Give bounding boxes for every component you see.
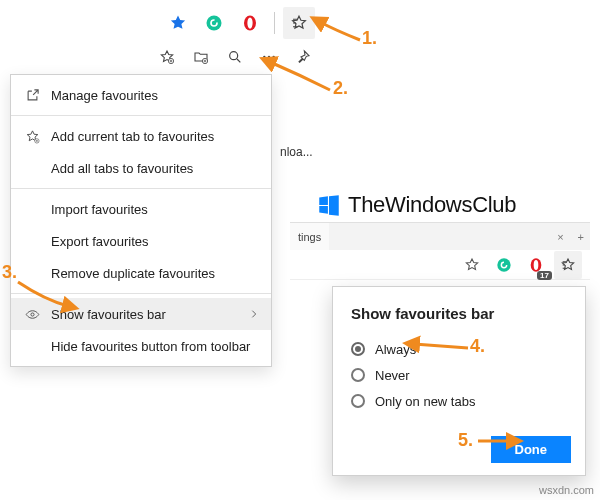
radio-option-new-tabs[interactable]: Only on new tabs	[351, 388, 567, 414]
chevron-right-icon	[249, 309, 259, 319]
annotation-label-5: 5.	[458, 430, 473, 451]
radio-icon	[351, 394, 365, 408]
right-window-tabstrip: tings × +	[290, 222, 590, 250]
svg-point-13	[534, 260, 539, 270]
favourites-star-icon[interactable]	[162, 7, 194, 39]
menu-divider	[11, 188, 271, 189]
main-toolbar	[0, 4, 600, 42]
grammarly-icon[interactable]	[490, 251, 518, 279]
radio-label: Never	[375, 368, 410, 383]
brand-text: TheWindowsClub	[348, 192, 516, 218]
annotation-label-2: 2.	[333, 78, 348, 99]
add-favourite-icon[interactable]	[152, 42, 182, 72]
eye-icon	[21, 303, 43, 325]
menu-divider	[11, 293, 271, 294]
svg-point-0	[207, 16, 222, 31]
menu-import-favourites[interactable]: Import favourites	[11, 193, 271, 225]
windows-flag-icon	[316, 192, 342, 218]
add-folder-icon[interactable]	[186, 42, 216, 72]
grammarly-icon[interactable]	[198, 7, 230, 39]
svg-point-5	[230, 52, 238, 60]
menu-hide-favourites-button[interactable]: Hide favourites button from toolbar	[11, 330, 271, 362]
menu-item-label: Export favourites	[51, 234, 149, 249]
search-icon[interactable]	[220, 42, 250, 72]
tab-label: tings	[298, 231, 321, 243]
favourites-context-menu: Manage favourites Add current tab to fav…	[10, 74, 272, 367]
notification-badge: 17	[537, 271, 552, 280]
favourites-panel-toolbar	[150, 40, 320, 74]
opera-badge-icon[interactable]: 17	[522, 251, 550, 279]
menu-item-label: Show favourites bar	[51, 307, 166, 322]
menu-remove-duplicates[interactable]: Remove duplicate favourites	[11, 257, 271, 289]
radio-icon	[351, 368, 365, 382]
opera-icon[interactable]	[234, 7, 266, 39]
brand-label: TheWindowsClub	[316, 192, 516, 218]
radio-icon	[351, 342, 365, 356]
watermark-text: wsxdn.com	[539, 484, 594, 496]
menu-item-label: Manage favourites	[51, 88, 158, 103]
menu-add-all-tabs[interactable]: Add all tabs to favourites	[11, 152, 271, 184]
pin-icon[interactable]	[288, 42, 318, 72]
svg-point-11	[497, 258, 510, 271]
svg-point-2	[247, 17, 252, 28]
star-add-icon	[21, 125, 43, 147]
background-text-fragment: nloa...	[280, 145, 313, 159]
annotation-label-4: 4.	[470, 336, 485, 357]
menu-item-label: Remove duplicate favourites	[51, 266, 215, 281]
menu-manage-favourites[interactable]: Manage favourites	[11, 79, 271, 111]
svg-point-8	[272, 56, 274, 58]
menu-item-label: Add current tab to favourites	[51, 129, 214, 144]
done-button[interactable]: Done	[491, 436, 572, 463]
menu-item-label: Hide favourites button from toolbar	[51, 339, 250, 354]
favourites-star-outline-icon[interactable]	[458, 251, 486, 279]
close-icon[interactable]: ×	[549, 231, 571, 243]
favourites-button[interactable]	[554, 251, 582, 279]
right-window-toolbar: 17	[290, 250, 590, 280]
annotation-label-3: 3.	[2, 262, 17, 283]
favourites-button[interactable]	[283, 7, 315, 39]
svg-point-7	[268, 56, 270, 58]
radio-option-never[interactable]: Never	[351, 362, 567, 388]
dialog-title: Show favourites bar	[351, 305, 567, 322]
radio-option-always[interactable]: Always	[351, 336, 567, 362]
toolbar-divider	[274, 12, 275, 34]
new-tab-icon[interactable]: +	[572, 231, 590, 243]
menu-add-current-tab[interactable]: Add current tab to favourites	[11, 120, 271, 152]
svg-point-10	[30, 312, 33, 315]
open-external-icon	[21, 84, 43, 106]
svg-point-6	[263, 56, 265, 58]
more-options-icon[interactable]	[254, 42, 284, 72]
radio-label: Always	[375, 342, 416, 357]
menu-item-label: Add all tabs to favourites	[51, 161, 193, 176]
radio-label: Only on new tabs	[375, 394, 475, 409]
menu-divider	[11, 115, 271, 116]
menu-item-label: Import favourites	[51, 202, 148, 217]
annotation-label-1: 1.	[362, 28, 377, 49]
tab-settings[interactable]: tings	[290, 223, 329, 250]
menu-export-favourites[interactable]: Export favourites	[11, 225, 271, 257]
menu-show-favourites-bar[interactable]: Show favourites bar	[11, 298, 271, 330]
